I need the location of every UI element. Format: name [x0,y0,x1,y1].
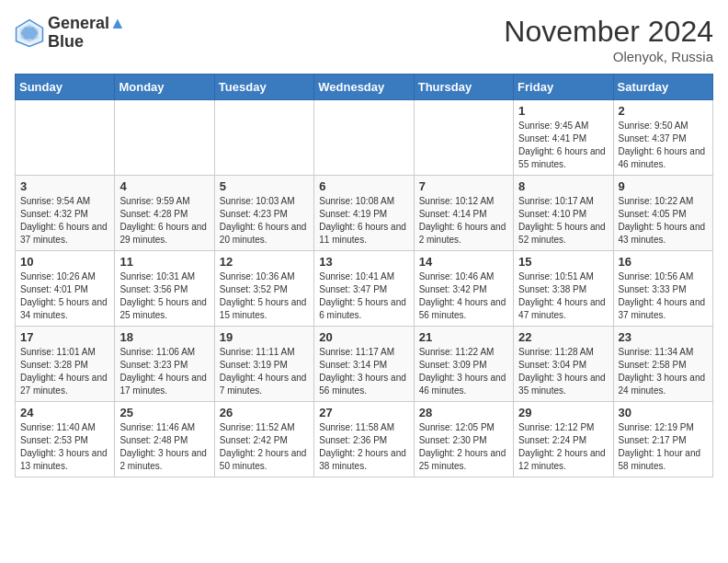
day-header-thursday: Thursday [414,75,513,100]
day-number: 3 [20,179,109,193]
calendar-cell: 10Sunrise: 10:26 AM Sunset: 4:01 PM Dayl… [16,251,115,327]
day-number: 28 [419,406,508,419]
day-number: 1 [518,104,608,118]
calendar-cell: 16Sunrise: 10:56 AM Sunset: 3:33 PM Dayl… [613,251,712,327]
calendar-cell: 22Sunrise: 11:28 AM Sunset: 3:04 PM Dayl… [514,327,613,402]
calendar-week-1: 1Sunrise: 9:45 AM Sunset: 4:41 PM Daylig… [16,100,713,176]
calendar-table: SundayMondayTuesdayWednesdayThursdayFrid… [15,74,713,477]
day-number: 27 [319,406,408,419]
day-info: Sunrise: 10:22 AM Sunset: 4:05 PM Daylig… [619,195,708,247]
calendar-cell: 13Sunrise: 10:41 AM Sunset: 3:47 PM Dayl… [314,251,414,327]
day-info: Sunrise: 10:46 AM Sunset: 3:42 PM Daylig… [419,270,508,322]
day-info: Sunrise: 10:41 AM Sunset: 3:47 PM Daylig… [319,270,408,322]
day-number: 17 [20,330,109,344]
day-info: Sunrise: 11:06 AM Sunset: 3:23 PM Daylig… [119,346,209,397]
calendar-cell: 7Sunrise: 10:12 AM Sunset: 4:14 PM Dayli… [414,176,513,251]
calendar-cell: 5Sunrise: 10:03 AM Sunset: 4:23 PM Dayli… [214,176,313,251]
day-info: Sunrise: 9:54 AM Sunset: 4:32 PM Dayligh… [20,195,109,247]
day-header-wednesday: Wednesday [314,75,414,100]
day-number: 21 [419,330,508,344]
calendar-cell: 30Sunrise: 12:19 PM Sunset: 2:17 PM Dayl… [613,402,712,477]
day-number: 30 [619,406,708,419]
day-number: 13 [319,255,408,269]
day-info: Sunrise: 10:36 AM Sunset: 3:52 PM Daylig… [220,270,309,322]
day-number: 15 [518,255,608,269]
day-info: Sunrise: 11:17 AM Sunset: 3:14 PM Daylig… [319,346,408,397]
day-number: 11 [119,255,209,269]
day-info: Sunrise: 11:22 AM Sunset: 3:09 PM Daylig… [419,346,508,397]
day-number: 29 [518,406,608,419]
calendar-cell: 21Sunrise: 11:22 AM Sunset: 3:09 PM Dayl… [414,327,513,402]
calendar-cell: 23Sunrise: 11:34 AM Sunset: 2:58 PM Dayl… [613,327,712,402]
day-info: Sunrise: 11:46 AM Sunset: 2:48 PM Daylig… [119,421,209,473]
day-number: 18 [119,330,209,344]
calendar-cell: 3Sunrise: 9:54 AM Sunset: 4:32 PM Daylig… [16,176,115,251]
day-info: Sunrise: 11:28 AM Sunset: 3:04 PM Daylig… [518,346,608,397]
day-info: Sunrise: 10:31 AM Sunset: 3:56 PM Daylig… [119,270,209,322]
calendar-week-3: 10Sunrise: 10:26 AM Sunset: 4:01 PM Dayl… [16,251,713,327]
day-number: 2 [619,104,708,118]
day-number: 10 [20,255,109,269]
day-info: Sunrise: 9:45 AM Sunset: 4:41 PM Dayligh… [518,120,608,171]
day-number: 16 [619,255,708,269]
day-info: Sunrise: 10:08 AM Sunset: 4:19 PM Daylig… [319,195,408,247]
title-block: November 2024 Olenyok, Russia [504,15,713,64]
day-number: 5 [220,179,309,193]
logo-text: General▲ Blue [48,15,126,52]
day-info: Sunrise: 12:12 PM Sunset: 2:24 PM Daylig… [518,421,608,473]
logo: General▲ Blue [15,15,126,52]
day-info: Sunrise: 9:50 AM Sunset: 4:37 PM Dayligh… [619,120,708,171]
day-number: 7 [419,179,508,193]
calendar-cell: 25Sunrise: 11:46 AM Sunset: 2:48 PM Dayl… [115,402,214,477]
calendar-cell: 12Sunrise: 10:36 AM Sunset: 3:52 PM Dayl… [214,251,313,327]
day-info: Sunrise: 11:01 AM Sunset: 3:28 PM Daylig… [20,346,109,397]
calendar-cell: 8Sunrise: 10:17 AM Sunset: 4:10 PM Dayli… [514,176,613,251]
day-number: 9 [619,179,708,193]
day-number: 12 [220,255,309,269]
calendar-cell: 26Sunrise: 11:52 AM Sunset: 2:42 PM Dayl… [214,402,313,477]
calendar-cell [414,100,513,176]
calendar-cell: 14Sunrise: 10:46 AM Sunset: 3:42 PM Dayl… [414,251,513,327]
calendar-cell: 15Sunrise: 10:51 AM Sunset: 3:38 PM Dayl… [514,251,613,327]
month-title: November 2024 [504,15,713,49]
day-info: Sunrise: 10:56 AM Sunset: 3:33 PM Daylig… [619,270,708,322]
day-header-sunday: Sunday [16,75,115,100]
day-header-tuesday: Tuesday [214,75,313,100]
day-info: Sunrise: 11:40 AM Sunset: 2:53 PM Daylig… [20,421,109,473]
calendar-body: 1Sunrise: 9:45 AM Sunset: 4:41 PM Daylig… [16,100,713,477]
day-info: Sunrise: 10:12 AM Sunset: 4:14 PM Daylig… [419,195,508,247]
page-header: General▲ Blue November 2024 Olenyok, Rus… [15,15,713,64]
day-number: 6 [319,179,408,193]
calendar-cell: 18Sunrise: 11:06 AM Sunset: 3:23 PM Dayl… [115,327,214,402]
calendar-cell [16,100,115,176]
calendar-cell [314,100,414,176]
day-info: Sunrise: 11:58 AM Sunset: 2:36 PM Daylig… [319,421,408,473]
calendar-week-2: 3Sunrise: 9:54 AM Sunset: 4:32 PM Daylig… [16,176,713,251]
calendar-cell: 29Sunrise: 12:12 PM Sunset: 2:24 PM Dayl… [514,402,613,477]
day-number: 26 [220,406,309,419]
calendar-cell: 6Sunrise: 10:08 AM Sunset: 4:19 PM Dayli… [314,176,414,251]
day-info: Sunrise: 12:05 PM Sunset: 2:30 PM Daylig… [419,421,508,473]
day-number: 20 [319,330,408,344]
calendar-header: SundayMondayTuesdayWednesdayThursdayFrid… [16,75,713,100]
day-info: Sunrise: 10:51 AM Sunset: 3:38 PM Daylig… [518,270,608,322]
calendar-cell: 19Sunrise: 11:11 AM Sunset: 3:19 PM Dayl… [214,327,313,402]
day-number: 8 [518,179,608,193]
day-number: 25 [119,406,209,419]
calendar-cell [214,100,313,176]
logo-icon [15,18,44,48]
calendar-cell: 20Sunrise: 11:17 AM Sunset: 3:14 PM Dayl… [314,327,414,402]
day-number: 14 [419,255,508,269]
calendar-cell: 2Sunrise: 9:50 AM Sunset: 4:37 PM Daylig… [613,100,712,176]
calendar-cell [115,100,214,176]
day-info: Sunrise: 10:03 AM Sunset: 4:23 PM Daylig… [220,195,309,247]
calendar-week-5: 24Sunrise: 11:40 AM Sunset: 2:53 PM Dayl… [16,402,713,477]
day-number: 22 [518,330,608,344]
day-number: 4 [119,179,209,193]
day-info: Sunrise: 11:52 AM Sunset: 2:42 PM Daylig… [220,421,309,473]
day-number: 19 [220,330,309,344]
day-info: Sunrise: 11:34 AM Sunset: 2:58 PM Daylig… [619,346,708,397]
calendar-cell: 4Sunrise: 9:59 AM Sunset: 4:28 PM Daylig… [115,176,214,251]
day-info: Sunrise: 12:19 PM Sunset: 2:17 PM Daylig… [619,421,708,473]
location-subtitle: Olenyok, Russia [504,49,713,64]
